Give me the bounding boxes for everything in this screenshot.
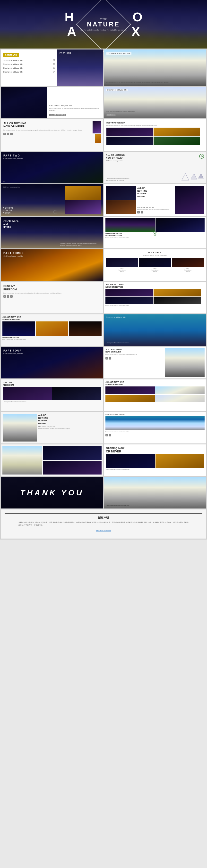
hero-slide: H O 20XX NATURE And I've waited longer f… bbox=[0, 0, 207, 49]
aon-imgs-title: ALL OR NOTHINGNOW OR NEVER bbox=[105, 381, 205, 386]
aon-right-img-title: ALL OR NOTHINGNOW OR NEVER bbox=[105, 348, 164, 353]
social-tw-5[interactable]: t bbox=[109, 434, 111, 436]
nothing-title: ALL ORNOTHINGNOW ORNEVER bbox=[137, 187, 173, 198]
landscape-title[interactable]: Click here to add your title bbox=[106, 316, 126, 318]
aon-right-title: ALL OR NOTHINGNOW OR NEVER bbox=[105, 283, 205, 288]
aon-3img-slide: ALL OR NOTHINGNOW OR NEVER DESTINY FREED… bbox=[1, 314, 103, 346]
part-one-slide: Click here to add your title Lorem ipsum… bbox=[104, 50, 206, 86]
click-here-text[interactable]: Click here bbox=[3, 219, 19, 223]
footer-title: 版权声明 bbox=[5, 516, 202, 520]
contents-item-3[interactable]: Click here to add your title 03 bbox=[3, 67, 55, 69]
footer-link[interactable]: http://www.docer.com bbox=[96, 530, 111, 531]
nothing-now-never-slide: ALL ORNOTHINGNOW ORNEVER Click here to a… bbox=[104, 184, 206, 216]
part-two-sublabel[interactable]: Click here to add your title bbox=[3, 158, 101, 159]
part-one-label: PART ONE bbox=[59, 52, 72, 54]
hero-o: O bbox=[133, 10, 143, 24]
part-two-label: PART TWO bbox=[3, 154, 101, 157]
triangle-slide: ALL OR NOTHINGNOW OR NEVER Click here to… bbox=[104, 152, 206, 183]
recycle-icon-2: ♻ bbox=[153, 231, 157, 236]
hero-title: NATURE bbox=[87, 21, 120, 28]
thank-you-text: THANK YOU bbox=[20, 488, 84, 497]
recycle-icon: ♻ bbox=[199, 154, 204, 159]
see-more-btn[interactable]: SEE MORE bbox=[106, 114, 115, 116]
nature-label: NATURE bbox=[106, 251, 204, 254]
nothing-now-large-title: NOthing NowOR NEVER bbox=[106, 446, 204, 454]
social-fb-3[interactable]: f bbox=[3, 295, 6, 298]
part-three-label: PART THREE bbox=[3, 252, 101, 254]
aon-3img-title: ALL OR NOTHINGNOW OR NEVER bbox=[2, 316, 102, 321]
contents-item-4[interactable]: Click here to add your title 04 bbox=[3, 71, 55, 73]
part-three-slide: PART THREE Click here to add your title bbox=[1, 249, 103, 281]
destiny-3img: DESTINY FREEDOM bbox=[2, 337, 102, 338]
aon-slide-1: Click here to add your title Lorem ipsum… bbox=[1, 87, 103, 118]
contents-slide: CONTENTS Click here to add your title 01… bbox=[1, 50, 103, 86]
svg-marker-2 bbox=[198, 174, 204, 178]
aon-now-never-slide: ALL OR NOTHINGNOW OR NEVER Lorem ipsum d… bbox=[1, 119, 103, 151]
svg-marker-0 bbox=[182, 174, 189, 180]
social-fb[interactable]: f bbox=[3, 133, 6, 135]
nothing-now-title: ALL ORNOTHINGNOW ORNEVER bbox=[38, 414, 101, 425]
destiny-4-slide: DESTINYFREEDOM Lorem ipsum dolor sit ame… bbox=[1, 379, 103, 411]
nature-strips-slide: NATURE Lorem ipsum dolor sit amet consec… bbox=[104, 249, 206, 281]
part-four-label: PART FOUR bbox=[3, 349, 101, 352]
part-four-sublabel[interactable]: Click here to add your title bbox=[3, 353, 101, 354]
social-tw[interactable]: t bbox=[7, 133, 9, 135]
contents-badge: CONTENTS bbox=[3, 53, 19, 57]
click-title-tri[interactable]: Click here to add your title bbox=[106, 160, 125, 161]
destiny-4-title: DESTINYFREEDOM bbox=[3, 381, 101, 386]
destiny-title-big: DESTINYFREEDOM bbox=[3, 284, 101, 291]
social-tw-2[interactable]: t bbox=[141, 211, 143, 214]
hero-x: X bbox=[131, 24, 140, 39]
dual-destiny-slide: DESTINY FREEDOM DESTINY FREEDOM Lorem ip… bbox=[104, 217, 206, 248]
contents-item-1[interactable]: Click here to add your title 01 bbox=[3, 59, 55, 61]
nothing-now-never-large: NOthing NowOR NEVER Lorem ipsum dolor si… bbox=[104, 444, 206, 476]
aon-night-label: NOTHINGNOW ORNEVER bbox=[3, 207, 13, 214]
click-title-land-label[interactable]: Click here to add your title bbox=[105, 413, 205, 415]
click-title-landscape: Click here to add your title Lorem ipsum… bbox=[104, 412, 206, 443]
aon-imgs-grid-slide: ALL OR NOTHINGNOW OR NEVER bbox=[104, 379, 206, 411]
click-title-nothing[interactable]: Click here to add your title bbox=[38, 426, 101, 428]
hero-subtitle: And I've waited longer for you than I've… bbox=[79, 29, 128, 31]
aon-right-imgs: ALL OR NOTHINGNOW OR NEVER Lorem ipsum d… bbox=[104, 282, 206, 313]
footer-body: 本模板仅供个人学习、研究或欣赏使用，以及其他非商业性或非盈利性用途，但同时应遵守… bbox=[19, 521, 188, 526]
social-fb-5[interactable]: f bbox=[105, 434, 108, 436]
contents-item-2[interactable]: Click here to add your title 02 bbox=[3, 63, 55, 65]
mountain-slide-1: Click here to add your title Lorem ipsum… bbox=[104, 87, 206, 118]
part-three-sublabel[interactable]: Click here to add your title bbox=[3, 255, 101, 257]
aon-right-img-slide: ALL OR NOTHINGNOW OR NEVER Lorem ipsum d… bbox=[104, 347, 206, 378]
social-tw-4[interactable]: t bbox=[109, 357, 111, 360]
footer-slide: 版权声明 本模板仅供个人学习、研究或欣赏使用，以及其他非商业性或非盈利性用途，但… bbox=[1, 509, 206, 538]
aon-triangle-title: ALL OR NOTHINGNOW OR NEVER bbox=[106, 154, 125, 159]
social-fb-4[interactable]: f bbox=[105, 357, 108, 360]
click-title-nn[interactable]: Click here to add your title bbox=[137, 207, 173, 208]
aon-nothing-slide: ALL ORNOTHINGNOW ORNEVER Click here to a… bbox=[1, 412, 103, 443]
click-title-1[interactable]: Click here to add your title bbox=[49, 104, 101, 106]
social-in[interactable]: in bbox=[10, 133, 12, 135]
click-title-2[interactable]: Click here to add your title bbox=[106, 89, 128, 91]
thank-you-slide: THANK YOU bbox=[1, 477, 103, 508]
svg-marker-1 bbox=[191, 174, 197, 179]
nav-arrow-1[interactable]: › bbox=[53, 210, 57, 214]
hero-a: A bbox=[67, 24, 76, 39]
click-title-night[interactable]: Click here to add your title bbox=[3, 186, 20, 188]
df-title-1: DESTINY FREEDOM bbox=[106, 122, 204, 124]
part-two-slide: PART TWO Click here to add your title bbox=[1, 152, 103, 183]
placeholder-slide: Lorem ipsum dolor sit amet consectetur. bbox=[104, 477, 206, 508]
part-four-slide: PART FOUR Click here to add your title bbox=[1, 347, 103, 378]
add-title-text[interactable]: addur title bbox=[3, 223, 19, 228]
social-tw-3[interactable]: t bbox=[7, 295, 9, 298]
destiny-freedom-slide-1: DESTINY FREEDOM Lorem ipsum dolor sit am… bbox=[104, 119, 206, 151]
aon-badge-1: ALL OR NOTHING bbox=[49, 114, 66, 116]
click-here-slide: Click here addur title Lorem ipsum dolor… bbox=[1, 217, 103, 248]
night-img-slide: Click here to add your title NOTHINGNOW … bbox=[1, 184, 103, 216]
social-in-3[interactable]: in bbox=[10, 295, 12, 298]
click-add-title[interactable]: Click here to add your title bbox=[106, 52, 131, 55]
hero-h: H bbox=[64, 10, 74, 24]
social-fb-2[interactable]: f bbox=[137, 211, 140, 214]
destiny-freedom-big: DESTINYFREEDOM Lorem ipsum dolor sit ame… bbox=[1, 282, 103, 313]
hero-year: 20XX bbox=[100, 18, 107, 21]
mountain-forest-slide bbox=[1, 444, 103, 476]
aon-title-main: ALL OR NOTHINGNOW OR NEVER bbox=[3, 122, 101, 128]
landscape-slide: Click here to add your title Lorem ipsum… bbox=[104, 314, 206, 346]
